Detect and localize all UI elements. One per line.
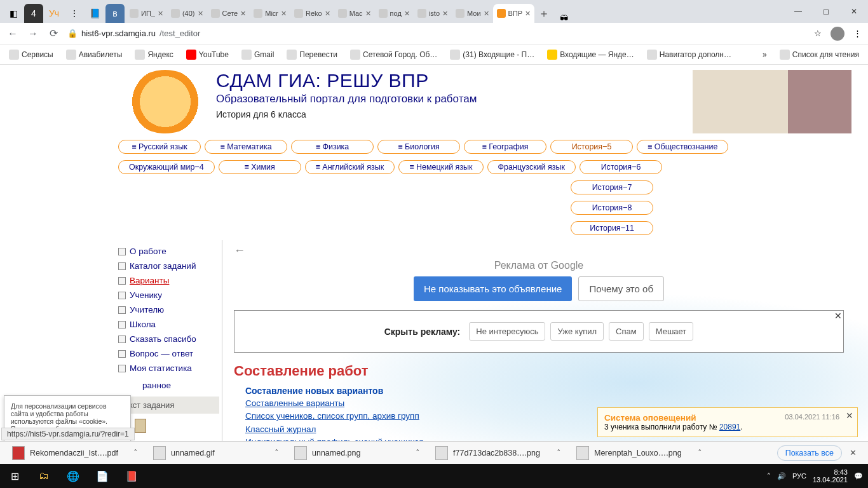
pinned-tab[interactable]: 4: [24, 4, 43, 23]
tray-sound-icon[interactable]: 🔊: [777, 472, 786, 480]
bookmark-link[interactable]: YouTube: [182, 47, 233, 62]
tray-notifications-icon[interactable]: 💬: [854, 472, 863, 480]
site-logo[interactable]: [127, 70, 203, 133]
subject-pill[interactable]: История−5: [550, 140, 633, 154]
close-icon[interactable]: ✕: [525, 10, 531, 18]
subject-pill[interactable]: Окружающий мир−4: [118, 160, 215, 174]
bookmark-link[interactable]: Авиабилеты: [62, 47, 126, 62]
bookmark-link[interactable]: Навигатор дополн…: [643, 47, 735, 62]
close-icon[interactable]: ✕: [158, 10, 163, 18]
bookmark-link[interactable]: Gmail: [238, 47, 278, 62]
subject-pill[interactable]: Французский язык: [487, 160, 576, 174]
taskbar-app[interactable]: 🗂: [29, 464, 58, 488]
chevron-up-icon[interactable]: ˄: [416, 448, 420, 458]
close-icon[interactable]: ✕: [365, 10, 371, 18]
window-minimize[interactable]: —: [784, 0, 812, 23]
nav-item[interactable]: Школа: [118, 317, 222, 332]
ad-option[interactable]: Уже купил: [550, 322, 604, 341]
window-close[interactable]: ✕: [840, 0, 868, 23]
close-icon[interactable]: ✕: [325, 10, 330, 18]
close-icon[interactable]: ✕: [281, 10, 287, 18]
menu-icon[interactable]: ⋮: [853, 29, 862, 38]
close-icon[interactable]: ✕: [484, 10, 489, 18]
subject-pill[interactable]: ≡ Физика: [291, 140, 374, 154]
download-item[interactable]: unnamed.gif˄: [146, 443, 286, 463]
subject-pill[interactable]: История−6: [580, 160, 662, 174]
browser-tab[interactable]: ИП_✕: [126, 4, 167, 23]
url-display[interactable]: 🔒 hist6-vpr.sdamgia.ru/test_editor: [67, 29, 200, 38]
bookmark-overflow[interactable]: »: [759, 48, 771, 62]
window-maximize[interactable]: ◻: [812, 0, 840, 23]
subject-pill[interactable]: История−8: [571, 201, 653, 215]
subject-pill[interactable]: ≡ Биология: [377, 140, 460, 154]
tray-chevron-icon[interactable]: ˄: [767, 472, 771, 480]
nav-item[interactable]: Моя статистика: [118, 361, 222, 376]
nav-item[interactable]: Сказать спасибо: [118, 332, 222, 346]
nav-item[interactable]: Вопрос — ответ: [118, 346, 222, 361]
reading-list[interactable]: Список для чтения: [776, 47, 863, 62]
browser-tab[interactable]: Сете✕: [207, 4, 250, 23]
close-icon[interactable]: ✕: [404, 10, 410, 18]
nav-item[interactable]: ранное: [118, 378, 222, 393]
tray-lang[interactable]: РУС: [792, 472, 806, 480]
chevron-up-icon[interactable]: ˄: [698, 448, 702, 458]
taskbar-app[interactable]: 📕: [117, 464, 146, 488]
nav-item[interactable]: Каталог заданий: [118, 259, 222, 273]
downloads-show-all[interactable]: Показать все: [777, 445, 842, 461]
subject-pill[interactable]: ≡ Обществознание: [637, 140, 728, 154]
close-icon[interactable]: ✕: [198, 10, 203, 18]
bookmark-link[interactable]: Перевести: [283, 47, 341, 62]
close-icon[interactable]: ✕: [834, 311, 842, 321]
nav-item-active[interactable]: Варианты: [118, 273, 222, 288]
pinned-tab[interactable]: Уч: [44, 4, 64, 23]
bookmark-link[interactable]: (31) Входящие - П…: [446, 47, 538, 62]
notif-link[interactable]: 20891: [719, 423, 740, 431]
bookmark-link[interactable]: Яндекс: [131, 47, 177, 62]
nav-reload[interactable]: ⟳: [47, 27, 60, 40]
download-item[interactable]: Merenptah_Louxo….png˄: [569, 443, 709, 463]
back-arrow-icon[interactable]: ←: [234, 244, 844, 257]
browser-tab-active[interactable]: ВПР✕: [493, 4, 535, 23]
avatar[interactable]: [831, 27, 844, 41]
subject-pill[interactable]: ≡ Химия: [219, 160, 301, 174]
bookmark-link[interactable]: Входящие — Янде…: [543, 47, 638, 62]
download-item[interactable]: f77d713dac2b838….png˄: [428, 443, 568, 463]
chevron-up-icon[interactable]: ˄: [133, 448, 138, 458]
close-icon[interactable]: ✕: [442, 10, 448, 18]
download-item[interactable]: Rekomendaczii_Ist….pdf˄: [5, 443, 145, 463]
subject-pill[interactable]: ≡ Математика: [205, 140, 287, 154]
close-icon[interactable]: ✕: [843, 448, 863, 458]
apps-button[interactable]: Сервисы: [5, 47, 57, 62]
subject-pill[interactable]: ≡ Немецкий язык: [398, 160, 483, 174]
browser-tab[interactable]: под✕: [375, 4, 414, 23]
browser-tab[interactable]: Мас✕: [334, 4, 375, 23]
subject-pill[interactable]: История−7: [571, 180, 653, 194]
chevron-up-icon[interactable]: ˄: [557, 448, 561, 458]
subject-pill[interactable]: ≡ Английский язык: [305, 160, 395, 174]
chevron-up-icon[interactable]: ˄: [275, 448, 279, 458]
browser-tab[interactable]: Reko✕: [290, 4, 334, 23]
tray-clock[interactable]: 8:43 13.04.2021: [813, 468, 848, 484]
pinned-tab[interactable]: ◧: [4, 4, 23, 23]
ad-option[interactable]: Не интересуюсь: [469, 322, 545, 341]
browser-tab[interactable]: (40)✕: [167, 4, 207, 23]
nav-item[interactable]: О работе: [118, 244, 222, 259]
why-ad-button[interactable]: Почему это об: [578, 276, 664, 301]
browser-tab[interactable]: Micr✕: [250, 4, 290, 23]
browser-tab[interactable]: isto✕: [414, 4, 452, 23]
nav-back[interactable]: ←: [6, 27, 19, 40]
new-tab-button[interactable]: ＋: [534, 4, 553, 23]
start-button[interactable]: ⊞: [0, 464, 29, 488]
ad-option[interactable]: Мешает: [649, 322, 694, 341]
download-item[interactable]: unnamed.png˄: [287, 443, 427, 463]
pinned-tab[interactable]: ⋮: [65, 4, 84, 23]
bookmark-link[interactable]: Сетевой Город. Об…: [346, 47, 441, 62]
subject-pill[interactable]: ≡ Русский язык: [118, 140, 201, 154]
browser-tab[interactable]: Мои✕: [452, 4, 493, 23]
nav-item[interactable]: Учителю: [118, 302, 222, 317]
taskbar-app[interactable]: 🌐: [58, 464, 88, 488]
close-icon[interactable]: ✕: [846, 410, 853, 421]
pinned-tab[interactable]: 📘: [85, 4, 104, 23]
nav-item[interactable]: Ученику: [118, 288, 222, 302]
close-icon[interactable]: ✕: [240, 10, 246, 18]
